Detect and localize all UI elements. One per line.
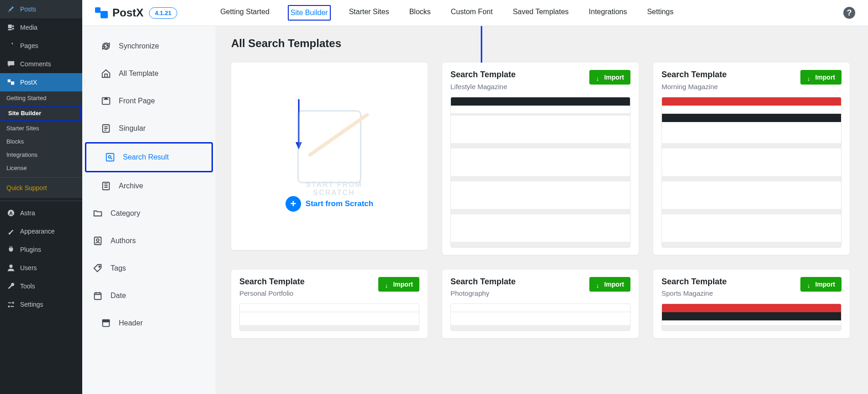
import-label: Import bbox=[604, 74, 624, 81]
template-card: Search Template Lifestyle Magazine Impor… bbox=[442, 63, 639, 255]
template-card: Search Template Morning Magazine Import bbox=[653, 63, 850, 255]
builder-nav-date[interactable]: Date bbox=[82, 282, 216, 309]
builder-side-nav: Synchronize All Template Front Page Sing… bbox=[82, 26, 216, 394]
sidebar-label: Appearance bbox=[20, 228, 55, 235]
sidebar-item-appearance[interactable]: Appearance bbox=[0, 222, 82, 240]
tab-settings[interactable]: Settings bbox=[645, 5, 675, 21]
start-from-scratch-link[interactable]: + Start from Scratch bbox=[286, 196, 373, 212]
download-icon bbox=[807, 75, 811, 80]
svg-rect-12 bbox=[95, 293, 101, 300]
builder-nav-label: Search Result bbox=[123, 153, 169, 161]
builder-nav-front-page[interactable]: Front Page bbox=[82, 87, 216, 115]
builder-nav-search-result[interactable]: Search Result bbox=[85, 142, 213, 172]
postx-logo-icon bbox=[95, 7, 108, 18]
template-grid: START FROM SCRATCH + Start from Scratch … bbox=[231, 63, 850, 338]
template-preview[interactable] bbox=[450, 303, 630, 331]
sidebar-label: Astra bbox=[20, 209, 35, 217]
import-button[interactable]: Import bbox=[589, 70, 630, 85]
sidebar-sub-integrations[interactable]: Integrations bbox=[0, 148, 82, 161]
svg-rect-14 bbox=[103, 320, 110, 322]
builder-nav-authors[interactable]: Authors bbox=[82, 227, 216, 255]
sidebar-item-users[interactable]: Users bbox=[0, 259, 82, 277]
sidebar-item-tools[interactable]: Tools bbox=[0, 277, 82, 295]
start-from-scratch-card[interactable]: START FROM SCRATCH + Start from Scratch bbox=[231, 63, 428, 250]
sidebar-label: Comments bbox=[20, 60, 51, 68]
sidebar-item-media[interactable]: Media bbox=[0, 18, 82, 37]
import-button[interactable]: Import bbox=[378, 277, 419, 292]
tab-integrations[interactable]: Integrations bbox=[587, 5, 629, 21]
builder-nav-tags[interactable]: Tags bbox=[82, 255, 216, 282]
builder-nav-label: Header bbox=[119, 319, 143, 327]
tab-saved-templates[interactable]: Saved Templates bbox=[511, 5, 570, 21]
topbar: PostX 4.1.21 Getting Started Site Builde… bbox=[82, 0, 868, 26]
svg-point-3 bbox=[9, 265, 12, 268]
builder-nav-synchronize[interactable]: Synchronize bbox=[82, 32, 216, 60]
sidebar-label: PostX bbox=[20, 79, 37, 86]
front-page-icon bbox=[101, 96, 111, 106]
builder-nav-label: Front Page bbox=[119, 97, 155, 105]
builder-nav-label: Archive bbox=[119, 182, 143, 190]
sidebar-sub-quick-support[interactable]: Quick Support bbox=[0, 181, 82, 195]
template-preview[interactable] bbox=[662, 97, 842, 248]
import-button[interactable]: Import bbox=[800, 277, 842, 292]
sidebar-submenu-postx: Getting Started Site Builder Starter Sit… bbox=[0, 91, 82, 198]
divider bbox=[0, 177, 82, 178]
header-icon bbox=[101, 318, 111, 329]
builder-nav-category[interactable]: Category bbox=[82, 200, 216, 227]
import-label: Import bbox=[604, 281, 624, 288]
template-title: Search Template bbox=[450, 277, 516, 287]
sidebar-item-comments[interactable]: Comments bbox=[0, 55, 82, 73]
template-preview[interactable] bbox=[662, 303, 842, 331]
builder-nav-archive[interactable]: Archive bbox=[82, 172, 216, 200]
tab-starter-sites[interactable]: Starter Sites bbox=[347, 5, 391, 21]
brand-name: PostX bbox=[112, 6, 143, 19]
divider bbox=[0, 201, 82, 201]
template-preview[interactable] bbox=[450, 97, 630, 248]
sidebar-sub-site-builder[interactable]: Site Builder bbox=[1, 106, 81, 121]
media-icon bbox=[6, 23, 16, 32]
template-preview[interactable] bbox=[239, 303, 419, 331]
sidebar-item-plugins[interactable]: Plugins bbox=[0, 240, 82, 259]
user-icon bbox=[6, 263, 16, 272]
template-subtitle: Morning Magazine bbox=[662, 83, 727, 91]
sidebar-item-pages[interactable]: Pages bbox=[0, 37, 82, 55]
template-card: Search Template Sports Magazine Import bbox=[653, 270, 850, 339]
svg-rect-6 bbox=[106, 154, 114, 161]
import-label: Import bbox=[815, 74, 835, 81]
brand[interactable]: PostX bbox=[95, 6, 143, 19]
sidebar-item-posts[interactable]: Posts bbox=[0, 0, 82, 18]
svg-point-10 bbox=[96, 239, 99, 241]
sidebar-item-postx[interactable]: PostX bbox=[0, 73, 82, 91]
tab-custom-font[interactable]: Custom Font bbox=[449, 5, 495, 21]
sidebar-label: Plugins bbox=[20, 246, 41, 253]
sliders-icon bbox=[6, 300, 16, 309]
sidebar-sub-license[interactable]: License bbox=[0, 161, 82, 175]
plugin-icon bbox=[6, 245, 16, 254]
sidebar-item-settings[interactable]: Settings bbox=[0, 295, 82, 314]
tab-blocks[interactable]: Blocks bbox=[408, 5, 433, 21]
import-button[interactable]: Import bbox=[589, 277, 630, 292]
sidebar-sub-starter-sites[interactable]: Starter Sites bbox=[0, 122, 82, 135]
pin-icon bbox=[6, 5, 16, 14]
builder-nav-header[interactable]: Header bbox=[82, 309, 216, 337]
template-subtitle: Personal Portfolio bbox=[239, 289, 305, 297]
template-subtitle: Photography bbox=[450, 289, 516, 297]
builder-nav-all-template[interactable]: All Template bbox=[82, 60, 216, 87]
download-icon bbox=[807, 282, 811, 287]
content-area: All Search Templates bbox=[216, 26, 868, 394]
comment-icon bbox=[6, 59, 16, 69]
svg-rect-1 bbox=[11, 81, 14, 85]
sidebar-item-astra[interactable]: Astra bbox=[0, 204, 82, 222]
postx-icon bbox=[6, 78, 16, 87]
sidebar-sub-blocks[interactable]: Blocks bbox=[0, 135, 82, 148]
import-button[interactable]: Import bbox=[800, 70, 842, 85]
tab-site-builder[interactable]: Site Builder bbox=[288, 5, 331, 21]
help-icon[interactable]: ? bbox=[843, 7, 855, 19]
builder-nav-singular[interactable]: Singular bbox=[82, 115, 216, 142]
tab-getting-started[interactable]: Getting Started bbox=[218, 5, 271, 21]
sidebar-sub-getting-started[interactable]: Getting Started bbox=[0, 91, 82, 105]
archive-icon bbox=[101, 181, 111, 192]
singular-icon bbox=[101, 123, 111, 134]
svg-rect-0 bbox=[8, 80, 11, 82]
template-card: Search Template Photography Import bbox=[442, 270, 639, 339]
